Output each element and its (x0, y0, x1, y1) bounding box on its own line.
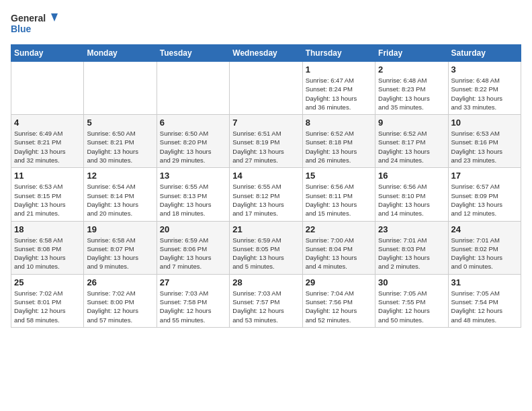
day-number: 29 (306, 277, 372, 287)
day-number: 6 (160, 118, 226, 128)
calendar-cell: 8Sunrise: 6:52 AM Sunset: 8:18 PM Daylig… (302, 115, 375, 168)
calendar-cell: 22Sunrise: 7:00 AM Sunset: 8:04 PM Dayli… (302, 221, 375, 274)
day-number: 27 (160, 277, 226, 287)
day-number: 13 (160, 171, 226, 181)
weekday-header-friday: Friday (375, 45, 448, 62)
calendar-cell (11, 62, 84, 115)
day-number: 8 (306, 118, 372, 128)
day-info: Sunrise: 7:02 AM Sunset: 8:00 PM Dayligh… (87, 289, 153, 324)
calendar-cell: 11Sunrise: 6:53 AM Sunset: 8:15 PM Dayli… (11, 168, 84, 221)
day-info: Sunrise: 7:01 AM Sunset: 8:03 PM Dayligh… (378, 236, 445, 271)
day-number: 11 (14, 171, 81, 181)
day-info: Sunrise: 6:55 AM Sunset: 8:12 PM Dayligh… (232, 182, 299, 218)
day-info: Sunrise: 6:47 AM Sunset: 8:24 PM Dayligh… (306, 76, 372, 111)
weekday-header-monday: Monday (84, 45, 157, 62)
calendar-cell: 25Sunrise: 7:02 AM Sunset: 8:01 PM Dayli… (11, 274, 84, 327)
calendar-cell: 23Sunrise: 7:01 AM Sunset: 8:03 PM Dayli… (375, 221, 448, 274)
calendar-cell: 26Sunrise: 7:02 AM Sunset: 8:00 PM Dayli… (84, 274, 157, 327)
day-info: Sunrise: 6:56 AM Sunset: 8:11 PM Dayligh… (306, 182, 372, 218)
day-info: Sunrise: 7:05 AM Sunset: 7:55 PM Dayligh… (378, 289, 445, 324)
day-number: 22 (306, 224, 372, 234)
calendar-cell: 28Sunrise: 7:03 AM Sunset: 7:57 PM Dayli… (230, 274, 302, 327)
day-info: Sunrise: 6:50 AM Sunset: 8:21 PM Dayligh… (87, 129, 153, 165)
day-number: 24 (451, 224, 518, 234)
svg-marker-2 (51, 13, 58, 21)
weekday-header-tuesday: Tuesday (157, 45, 229, 62)
weekday-header-sunday: Sunday (11, 45, 84, 62)
day-info: Sunrise: 6:48 AM Sunset: 8:22 PM Dayligh… (451, 76, 518, 111)
calendar-cell: 2Sunrise: 6:48 AM Sunset: 8:23 PM Daylig… (375, 62, 448, 115)
calendar-cell: 10Sunrise: 6:53 AM Sunset: 8:16 PM Dayli… (448, 115, 521, 168)
day-info: Sunrise: 7:02 AM Sunset: 8:01 PM Dayligh… (14, 289, 81, 324)
day-number: 14 (232, 171, 299, 181)
weekday-header-wednesday: Wednesday (230, 45, 302, 62)
calendar-cell: 14Sunrise: 6:55 AM Sunset: 8:12 PM Dayli… (230, 168, 302, 221)
day-info: Sunrise: 7:00 AM Sunset: 8:04 PM Dayligh… (306, 236, 372, 271)
week-row-4: 18Sunrise: 6:58 AM Sunset: 8:08 PM Dayli… (11, 221, 521, 274)
day-info: Sunrise: 6:51 AM Sunset: 8:19 PM Dayligh… (232, 129, 299, 165)
day-info: Sunrise: 6:50 AM Sunset: 8:20 PM Dayligh… (160, 129, 226, 165)
day-info: Sunrise: 6:49 AM Sunset: 8:21 PM Dayligh… (14, 129, 81, 165)
day-number: 4 (14, 118, 81, 128)
calendar-cell: 15Sunrise: 6:56 AM Sunset: 8:11 PM Dayli… (302, 168, 375, 221)
calendar-cell: 3Sunrise: 6:48 AM Sunset: 8:22 PM Daylig… (448, 62, 521, 115)
day-number: 16 (378, 171, 445, 181)
calendar-cell (230, 62, 302, 115)
calendar-cell: 5Sunrise: 6:50 AM Sunset: 8:21 PM Daylig… (84, 115, 157, 168)
day-number: 12 (87, 171, 153, 181)
day-info: Sunrise: 7:03 AM Sunset: 7:58 PM Dayligh… (160, 289, 226, 324)
calendar-cell (157, 62, 229, 115)
day-info: Sunrise: 6:59 AM Sunset: 8:05 PM Dayligh… (232, 236, 299, 271)
day-number: 9 (378, 118, 445, 128)
day-number: 21 (232, 224, 299, 234)
day-number: 20 (160, 224, 226, 234)
calendar-table: SundayMondayTuesdayWednesdayThursdayFrid… (11, 44, 521, 328)
calendar-cell: 30Sunrise: 7:05 AM Sunset: 7:55 PM Dayli… (375, 274, 448, 327)
logo-svg: General Blue (11, 11, 58, 36)
day-number: 7 (232, 118, 299, 128)
weekday-header-row: SundayMondayTuesdayWednesdayThursdayFrid… (11, 45, 521, 62)
calendar-cell: 1Sunrise: 6:47 AM Sunset: 8:24 PM Daylig… (302, 62, 375, 115)
calendar-cell: 29Sunrise: 7:04 AM Sunset: 7:56 PM Dayli… (302, 274, 375, 327)
day-info: Sunrise: 7:03 AM Sunset: 7:57 PM Dayligh… (232, 289, 299, 324)
calendar-cell: 24Sunrise: 7:01 AM Sunset: 8:02 PM Dayli… (448, 221, 521, 274)
day-info: Sunrise: 6:58 AM Sunset: 8:08 PM Dayligh… (14, 236, 81, 271)
calendar-cell: 19Sunrise: 6:58 AM Sunset: 8:07 PM Dayli… (84, 221, 157, 274)
week-row-5: 25Sunrise: 7:02 AM Sunset: 8:01 PM Dayli… (11, 274, 521, 327)
day-number: 2 (378, 64, 445, 75)
day-info: Sunrise: 6:55 AM Sunset: 8:13 PM Dayligh… (160, 182, 226, 218)
day-info: Sunrise: 7:01 AM Sunset: 8:02 PM Dayligh… (451, 236, 518, 271)
day-number: 1 (306, 64, 372, 75)
weekday-header-saturday: Saturday (448, 45, 521, 62)
calendar-cell: 4Sunrise: 6:49 AM Sunset: 8:21 PM Daylig… (11, 115, 84, 168)
day-number: 3 (451, 64, 518, 75)
day-info: Sunrise: 6:53 AM Sunset: 8:16 PM Dayligh… (451, 129, 518, 165)
calendar-cell: 6Sunrise: 6:50 AM Sunset: 8:20 PM Daylig… (157, 115, 229, 168)
calendar-cell: 13Sunrise: 6:55 AM Sunset: 8:13 PM Dayli… (157, 168, 229, 221)
day-info: Sunrise: 6:48 AM Sunset: 8:23 PM Dayligh… (378, 76, 445, 111)
calendar-cell: 21Sunrise: 6:59 AM Sunset: 8:05 PM Dayli… (230, 221, 302, 274)
calendar-cell: 16Sunrise: 6:56 AM Sunset: 8:10 PM Dayli… (375, 168, 448, 221)
weekday-header-thursday: Thursday (302, 45, 375, 62)
calendar-cell: 17Sunrise: 6:57 AM Sunset: 8:09 PM Dayli… (448, 168, 521, 221)
svg-text:Blue: Blue (11, 24, 32, 34)
calendar-cell (84, 62, 157, 115)
day-info: Sunrise: 7:05 AM Sunset: 7:54 PM Dayligh… (451, 289, 518, 324)
calendar-cell: 31Sunrise: 7:05 AM Sunset: 7:54 PM Dayli… (448, 274, 521, 327)
day-number: 31 (451, 277, 518, 287)
day-number: 19 (87, 224, 153, 234)
day-info: Sunrise: 6:56 AM Sunset: 8:10 PM Dayligh… (378, 182, 445, 218)
day-number: 28 (232, 277, 299, 287)
week-row-3: 11Sunrise: 6:53 AM Sunset: 8:15 PM Dayli… (11, 168, 521, 221)
day-number: 26 (87, 277, 153, 287)
day-number: 10 (451, 118, 518, 128)
svg-text:General: General (11, 13, 46, 24)
day-info: Sunrise: 6:58 AM Sunset: 8:07 PM Dayligh… (87, 236, 153, 271)
calendar-cell: 9Sunrise: 6:52 AM Sunset: 8:17 PM Daylig… (375, 115, 448, 168)
day-number: 25 (14, 277, 81, 287)
day-number: 15 (306, 171, 372, 181)
week-row-2: 4Sunrise: 6:49 AM Sunset: 8:21 PM Daylig… (11, 115, 521, 168)
week-row-1: 1Sunrise: 6:47 AM Sunset: 8:24 PM Daylig… (11, 62, 521, 115)
day-number: 18 (14, 224, 81, 234)
logo: General Blue (11, 11, 58, 36)
